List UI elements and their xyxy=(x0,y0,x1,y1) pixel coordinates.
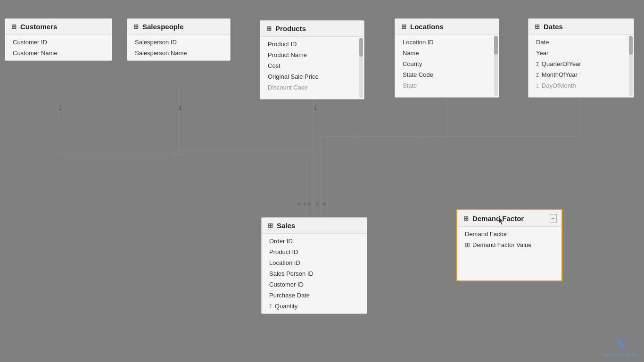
svg-text:*: * xyxy=(316,202,319,210)
table-row: Discount Code xyxy=(260,82,364,93)
sales-title: Sales xyxy=(277,222,295,230)
table-icon: ⊞ xyxy=(265,25,272,33)
dates-table[interactable]: ⊞ Dates Date Year Σ QuarterOfYear Σ Mont… xyxy=(528,18,634,98)
svg-point-9 xyxy=(312,135,315,139)
dates-title: Dates xyxy=(544,23,563,31)
watermark: SWAPACADEMY xyxy=(601,337,639,357)
svg-point-10 xyxy=(311,181,316,186)
table-row: Salesperson Name xyxy=(127,48,230,58)
customers-table-body: Customer ID Customer Name xyxy=(5,35,112,60)
svg-text:1: 1 xyxy=(179,104,182,111)
svg-text:*: * xyxy=(308,202,311,210)
demand-factor-table[interactable]: ⊞ Demand Factor − Demand Factor ⊞ Demand… xyxy=(456,209,562,281)
scrollbar-thumb[interactable] xyxy=(629,36,633,55)
table-row: Customer Name xyxy=(5,48,112,58)
dates-table-body: Date Year Σ QuarterOfYear Σ MonthOfYear … xyxy=(528,35,634,93)
collapse-icon[interactable]: − xyxy=(549,214,557,222)
table-row: Original Sale Price xyxy=(260,71,364,82)
svg-point-2 xyxy=(177,151,181,155)
table-row: Year xyxy=(528,48,634,58)
customers-table[interactable]: ⊞ Customers Customer ID Customer Name xyxy=(5,18,112,61)
table-row: Cost xyxy=(260,60,364,71)
table-row: Σ Quantity xyxy=(262,301,367,312)
table-row: Product Name xyxy=(260,49,364,60)
table-row: Sales Person ID xyxy=(262,268,367,279)
scrollbar-track[interactable] xyxy=(629,36,633,96)
watermark-text: SWAPACADEMY xyxy=(601,353,639,357)
table-row: Location ID xyxy=(395,37,499,48)
svg-rect-13 xyxy=(351,135,355,139)
svg-text:1: 1 xyxy=(58,104,62,111)
dates-table-header: ⊞ Dates xyxy=(528,19,634,35)
locations-table-header: ⊞ Locations xyxy=(395,19,499,35)
table-icon: ⊞ xyxy=(10,23,17,31)
table-row: Product ID xyxy=(262,247,367,257)
table-icon: ⊞ xyxy=(266,222,274,230)
scrollbar-thumb[interactable] xyxy=(494,36,498,55)
customers-table-header: ⊞ Customers xyxy=(5,19,112,35)
table-icon: ⊞ xyxy=(400,23,407,31)
table-row: Σ DayOfMonth xyxy=(528,80,634,91)
svg-text:1: 1 xyxy=(314,104,317,111)
table-row: Customer ID xyxy=(5,37,112,48)
sales-table-header: ⊞ Sales xyxy=(262,218,367,234)
scrollbar-track[interactable] xyxy=(494,36,498,96)
table-row: Σ QuarterOfYear xyxy=(528,58,634,69)
table-row: State Code xyxy=(395,69,499,80)
table-row: Σ MonthOfYear xyxy=(528,69,634,80)
svg-text:*: * xyxy=(297,202,300,210)
salespeople-title: Salespeople xyxy=(142,23,184,31)
demand-factor-table-body: Demand Factor ⊞ Demand Factor Value xyxy=(457,227,561,280)
products-table-header: ⊞ Products xyxy=(260,21,364,37)
locations-table[interactable]: ⊞ Locations Location ID Name County Stat… xyxy=(395,18,499,98)
table-icon: ⊞ xyxy=(462,214,470,222)
svg-text:*: * xyxy=(304,202,307,210)
locations-title: Locations xyxy=(410,23,444,31)
salespeople-table[interactable]: ⊞ Salespeople Salesperson ID Salesperson… xyxy=(127,18,231,61)
locations-table-body: Location ID Name County State Code State xyxy=(395,35,499,93)
table-row: Purchase Date xyxy=(262,290,367,301)
products-table-body: Product ID Product Name Cost Original Sa… xyxy=(260,37,364,95)
watermark-icon xyxy=(601,337,639,353)
scrollbar-thumb[interactable] xyxy=(359,38,363,57)
svg-point-5 xyxy=(173,153,176,156)
products-table[interactable]: ⊞ Products Product ID Product Name Cost … xyxy=(260,20,364,99)
demand-factor-title: Demand Factor xyxy=(472,214,524,222)
scrollbar-track[interactable] xyxy=(359,38,363,98)
table-row: Location ID xyxy=(262,257,367,268)
table-icon: ⊞ xyxy=(533,23,541,31)
table-row: Product ID xyxy=(260,39,364,49)
sales-table-body: Order ID Product ID Location ID Sales Pe… xyxy=(262,234,367,313)
table-row: State xyxy=(395,80,499,91)
table-row: Date xyxy=(528,37,634,48)
sales-table[interactable]: ⊞ Sales Order ID Product ID Location ID … xyxy=(261,217,367,314)
table-row: Order ID xyxy=(262,236,367,247)
svg-text:*: * xyxy=(323,202,326,210)
table-icon: ⊞ xyxy=(132,23,140,31)
table-row: Customer ID xyxy=(262,279,367,290)
demand-factor-table-header: ⊞ Demand Factor − xyxy=(457,210,561,227)
salespeople-table-body: Salesperson ID Salesperson Name xyxy=(127,35,230,60)
table-row: ⊞ Demand Factor Value xyxy=(457,239,561,250)
table-row: County xyxy=(395,58,499,69)
products-title: Products xyxy=(275,25,306,33)
salespeople-table-header: ⊞ Salespeople xyxy=(127,19,230,35)
table-row: Demand Factor xyxy=(457,229,561,239)
table-small-icon: ⊞ xyxy=(465,241,470,248)
svg-rect-16 xyxy=(422,135,426,139)
table-row: Salesperson ID xyxy=(127,37,230,48)
table-row: Name xyxy=(395,48,499,58)
customers-title: Customers xyxy=(20,23,57,31)
